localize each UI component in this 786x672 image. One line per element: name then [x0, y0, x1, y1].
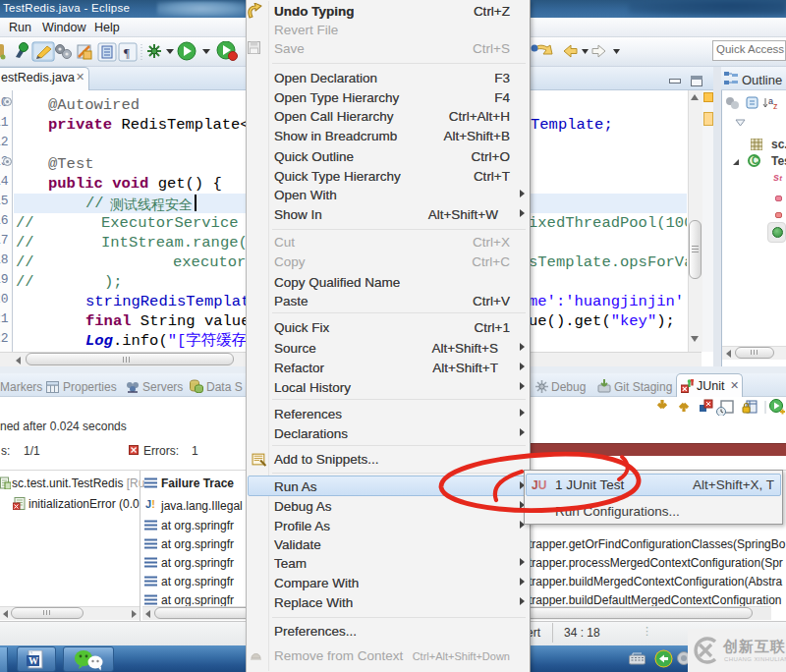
svg-text:z: z	[773, 101, 778, 111]
svg-text:W: W	[28, 655, 38, 666]
